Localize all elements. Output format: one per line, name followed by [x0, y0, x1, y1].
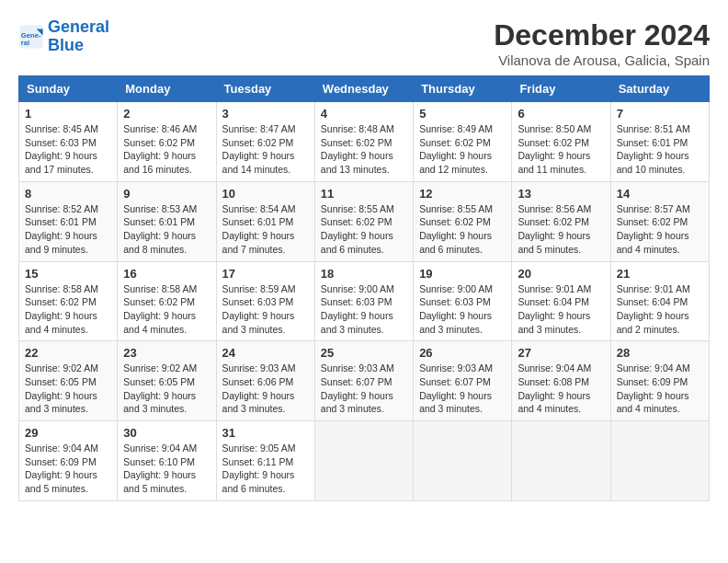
day-info: Sunrise: 9:00 AMSunset: 6:03 PMDaylight:… [419, 282, 506, 337]
logo-text: General Blue [48, 18, 109, 55]
day-info: Sunrise: 9:04 AMSunset: 6:08 PMDaylight:… [518, 362, 604, 416]
day-number: 14 [617, 187, 703, 201]
day-number: 29 [25, 426, 111, 440]
week-row: 1Sunrise: 8:45 AMSunset: 6:03 PMDaylight… [19, 102, 710, 182]
day-number: 12 [419, 187, 506, 201]
day-number: 21 [617, 267, 703, 281]
day-info: Sunrise: 8:51 AMSunset: 6:01 PMDaylight:… [617, 122, 703, 177]
day-header-monday: Monday [118, 76, 216, 102]
day-number: 8 [25, 187, 111, 201]
day-number: 10 [222, 187, 309, 201]
calendar-cell: 18Sunrise: 9:00 AMSunset: 6:03 PMDayligh… [314, 261, 413, 341]
day-info: Sunrise: 8:57 AMSunset: 6:02 PMDaylight:… [617, 202, 703, 257]
day-info: Sunrise: 9:04 AMSunset: 6:09 PMDaylight:… [25, 442, 111, 496]
day-header-wednesday: Wednesday [314, 76, 413, 102]
calendar-cell: 14Sunrise: 8:57 AMSunset: 6:02 PMDayligh… [610, 181, 709, 261]
day-number: 27 [518, 346, 604, 360]
day-number: 17 [222, 267, 309, 281]
day-info: Sunrise: 9:01 AMSunset: 6:04 PMDaylight:… [518, 282, 604, 337]
day-info: Sunrise: 8:55 AMSunset: 6:02 PMDaylight:… [321, 202, 407, 257]
day-number: 7 [617, 107, 703, 121]
calendar-cell: 13Sunrise: 8:56 AMSunset: 6:02 PMDayligh… [512, 181, 610, 261]
day-info: Sunrise: 8:59 AMSunset: 6:03 PMDaylight:… [222, 282, 309, 337]
calendar-cell: 23Sunrise: 9:02 AMSunset: 6:05 PMDayligh… [118, 341, 216, 421]
day-info: Sunrise: 9:03 AMSunset: 6:07 PMDaylight:… [321, 362, 407, 416]
day-header-thursday: Thursday [414, 76, 512, 102]
day-header-friday: Friday [512, 76, 610, 102]
page-header: Gene- ral General Blue December 2024 Vil… [18, 18, 710, 68]
calendar-table: SundayMondayTuesdayWednesdayThursdayFrid… [18, 75, 710, 501]
calendar-cell [512, 421, 610, 501]
day-number: 26 [419, 346, 506, 360]
title-area: December 2024 Vilanova de Arousa, Galici… [494, 18, 710, 68]
calendar-cell: 16Sunrise: 8:58 AMSunset: 6:02 PMDayligh… [118, 261, 216, 341]
calendar-cell: 12Sunrise: 8:55 AMSunset: 6:02 PMDayligh… [414, 181, 512, 261]
day-info: Sunrise: 8:46 AMSunset: 6:02 PMDaylight:… [123, 122, 210, 177]
day-info: Sunrise: 9:00 AMSunset: 6:03 PMDaylight:… [321, 282, 407, 337]
calendar-cell: 26Sunrise: 9:03 AMSunset: 6:07 PMDayligh… [414, 341, 512, 421]
calendar-header-row: SundayMondayTuesdayWednesdayThursdayFrid… [19, 76, 710, 102]
calendar-cell: 29Sunrise: 9:04 AMSunset: 6:09 PMDayligh… [19, 421, 118, 501]
day-number: 1 [25, 107, 111, 121]
day-info: Sunrise: 9:04 AMSunset: 6:10 PMDaylight:… [123, 442, 210, 496]
day-number: 25 [321, 346, 407, 360]
day-number: 5 [419, 107, 506, 121]
day-info: Sunrise: 8:58 AMSunset: 6:02 PMDaylight:… [123, 282, 210, 337]
day-info: Sunrise: 9:02 AMSunset: 6:05 PMDaylight:… [123, 362, 210, 416]
calendar-cell: 31Sunrise: 9:05 AMSunset: 6:11 PMDayligh… [216, 421, 314, 501]
calendar-cell: 11Sunrise: 8:55 AMSunset: 6:02 PMDayligh… [314, 181, 413, 261]
day-number: 28 [617, 346, 703, 360]
day-number: 9 [123, 187, 210, 201]
day-info: Sunrise: 9:01 AMSunset: 6:04 PMDaylight:… [617, 282, 703, 337]
day-header-saturday: Saturday [610, 76, 709, 102]
day-info: Sunrise: 9:03 AMSunset: 6:06 PMDaylight:… [222, 362, 309, 416]
logo-icon: Gene- ral [18, 24, 44, 50]
day-info: Sunrise: 8:48 AMSunset: 6:02 PMDaylight:… [321, 122, 407, 177]
calendar-cell: 21Sunrise: 9:01 AMSunset: 6:04 PMDayligh… [610, 261, 709, 341]
day-info: Sunrise: 8:45 AMSunset: 6:03 PMDaylight:… [25, 122, 111, 177]
day-number: 11 [321, 187, 407, 201]
calendar-cell: 3Sunrise: 8:47 AMSunset: 6:02 PMDaylight… [216, 102, 314, 182]
day-number: 23 [123, 346, 210, 360]
calendar-cell: 7Sunrise: 8:51 AMSunset: 6:01 PMDaylight… [610, 102, 709, 182]
calendar-cell: 30Sunrise: 9:04 AMSunset: 6:10 PMDayligh… [118, 421, 216, 501]
day-info: Sunrise: 8:58 AMSunset: 6:02 PMDaylight:… [25, 282, 111, 337]
calendar-cell: 27Sunrise: 9:04 AMSunset: 6:08 PMDayligh… [512, 341, 610, 421]
week-row: 29Sunrise: 9:04 AMSunset: 6:09 PMDayligh… [19, 421, 710, 501]
calendar-cell: 9Sunrise: 8:53 AMSunset: 6:01 PMDaylight… [118, 181, 216, 261]
day-info: Sunrise: 8:47 AMSunset: 6:02 PMDaylight:… [222, 122, 309, 177]
calendar-cell: 1Sunrise: 8:45 AMSunset: 6:03 PMDaylight… [19, 102, 118, 182]
calendar-cell [610, 421, 709, 501]
day-number: 31 [222, 426, 309, 440]
calendar-cell: 2Sunrise: 8:46 AMSunset: 6:02 PMDaylight… [118, 102, 216, 182]
day-number: 16 [123, 267, 210, 281]
day-info: Sunrise: 8:56 AMSunset: 6:02 PMDaylight:… [518, 202, 604, 257]
day-info: Sunrise: 9:04 AMSunset: 6:09 PMDaylight:… [617, 362, 703, 416]
day-info: Sunrise: 8:54 AMSunset: 6:01 PMDaylight:… [222, 202, 309, 257]
day-number: 24 [222, 346, 309, 360]
calendar-cell: 20Sunrise: 9:01 AMSunset: 6:04 PMDayligh… [512, 261, 610, 341]
calendar-body: 1Sunrise: 8:45 AMSunset: 6:03 PMDaylight… [19, 102, 710, 501]
week-row: 8Sunrise: 8:52 AMSunset: 6:01 PMDaylight… [19, 181, 710, 261]
day-number: 15 [25, 267, 111, 281]
day-number: 18 [321, 267, 407, 281]
calendar-cell: 5Sunrise: 8:49 AMSunset: 6:02 PMDaylight… [414, 102, 512, 182]
day-info: Sunrise: 8:55 AMSunset: 6:02 PMDaylight:… [419, 202, 506, 257]
calendar-cell: 25Sunrise: 9:03 AMSunset: 6:07 PMDayligh… [314, 341, 413, 421]
day-info: Sunrise: 8:50 AMSunset: 6:02 PMDaylight:… [518, 122, 604, 177]
day-info: Sunrise: 8:49 AMSunset: 6:02 PMDaylight:… [419, 122, 506, 177]
day-info: Sunrise: 8:52 AMSunset: 6:01 PMDaylight:… [25, 202, 111, 257]
calendar-cell: 8Sunrise: 8:52 AMSunset: 6:01 PMDaylight… [19, 181, 118, 261]
calendar-cell: 28Sunrise: 9:04 AMSunset: 6:09 PMDayligh… [610, 341, 709, 421]
calendar-cell: 17Sunrise: 8:59 AMSunset: 6:03 PMDayligh… [216, 261, 314, 341]
day-number: 2 [123, 107, 210, 121]
week-row: 15Sunrise: 8:58 AMSunset: 6:02 PMDayligh… [19, 261, 710, 341]
month-title: December 2024 [494, 18, 710, 52]
calendar-cell: 22Sunrise: 9:02 AMSunset: 6:05 PMDayligh… [19, 341, 118, 421]
location-title: Vilanova de Arousa, Galicia, Spain [494, 52, 710, 68]
day-info: Sunrise: 8:53 AMSunset: 6:01 PMDaylight:… [123, 202, 210, 257]
day-number: 20 [518, 267, 604, 281]
calendar-cell: 6Sunrise: 8:50 AMSunset: 6:02 PMDaylight… [512, 102, 610, 182]
day-header-tuesday: Tuesday [216, 76, 314, 102]
day-info: Sunrise: 9:03 AMSunset: 6:07 PMDaylight:… [419, 362, 506, 416]
